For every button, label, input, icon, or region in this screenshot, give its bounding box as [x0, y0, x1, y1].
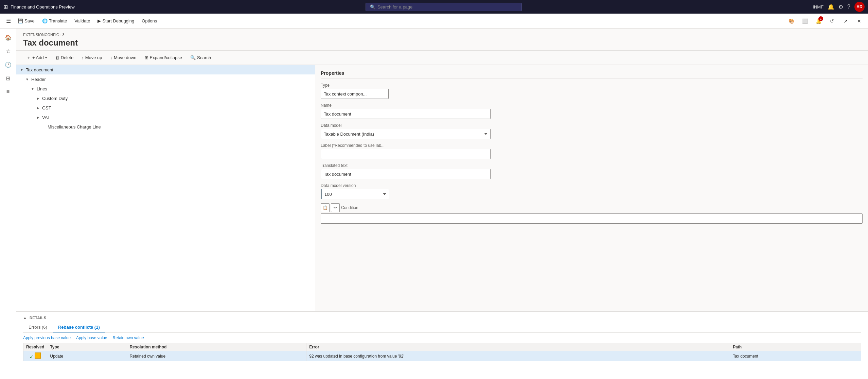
search-button[interactable]: 🔍 Search: [187, 53, 214, 62]
properties-title: Properties: [321, 70, 863, 79]
tree-item-vat[interactable]: ▶ VAT: [16, 113, 315, 122]
move-up-button[interactable]: ↑ Move up: [78, 53, 105, 62]
prop-data-model-version-select[interactable]: 100: [321, 189, 389, 199]
expand-icon-gst[interactable]: ▶: [35, 105, 41, 110]
condition-edit-button[interactable]: ✏: [331, 203, 340, 212]
start-debugging-button[interactable]: ▶ Start Debugging: [94, 17, 138, 25]
delete-icon: 🗑: [55, 55, 59, 60]
app-title: Finance and Operations Preview: [11, 4, 75, 10]
prop-name-label: Name: [321, 103, 863, 108]
tree-item-label: Tax document: [26, 67, 53, 72]
action-links: Apply previous base value Apply base val…: [23, 335, 861, 340]
error-cell: 92 was updated in base configuration fro…: [306, 351, 730, 361]
details-collapse-icon[interactable]: ▲: [23, 316, 27, 320]
save-button[interactable]: 💾 Save: [14, 17, 38, 25]
options-button[interactable]: Options: [138, 17, 160, 25]
type-cell: Update: [47, 351, 127, 361]
resolved-cell: ✓: [23, 351, 47, 361]
translate-button[interactable]: 🌐 Translate: [39, 17, 71, 25]
prop-data-model-version-label: Data model version: [321, 183, 863, 188]
expand-icon-root[interactable]: ▼: [19, 67, 24, 72]
prop-translated-text: Translated text: [321, 163, 863, 179]
tree-item-lines[interactable]: ▼ Lines: [16, 84, 315, 93]
list-icon[interactable]: ≡: [2, 86, 14, 98]
tree-item-label-vat: VAT: [42, 115, 50, 120]
tab-rebase-conflicts[interactable]: Rebase conflicts (1): [53, 323, 105, 332]
expand-icon-lines[interactable]: ▼: [30, 86, 35, 91]
table-row[interactable]: ✓ Update Retained own value 92 was updat…: [23, 351, 861, 361]
translate-icon: 🌐: [42, 18, 48, 23]
refresh-icon[interactable]: ↺: [827, 16, 837, 27]
open-external-icon[interactable]: ↗: [840, 16, 851, 27]
search-bar[interactable]: 🔍 Search for a page: [366, 3, 522, 11]
hamburger-icon[interactable]: ☰: [3, 16, 14, 26]
retain-own-value-link[interactable]: Retain own value: [113, 335, 144, 340]
prop-translated-text-input[interactable]: [321, 169, 491, 179]
add-dropdown-icon[interactable]: ▾: [45, 56, 47, 59]
app-layout: 🏠 ☆ 🕐 ⊞ ≡ EXTENSIONCONFIG : 3 Tax docume…: [0, 29, 868, 379]
recent-icon[interactable]: 🕐: [2, 58, 14, 71]
prop-condition: 📋 ✏ Condition: [321, 203, 863, 224]
page-title: Tax document: [23, 38, 861, 48]
tree-item-gst[interactable]: ▶ GST: [16, 103, 315, 113]
th-resolved: Resolved: [23, 343, 47, 351]
expand-icon-vat[interactable]: ▶: [35, 115, 41, 120]
tree-item-custom-duty[interactable]: ▶ Custom Duty: [16, 93, 315, 103]
breadcrumb: EXTENSIONCONFIG : 3: [23, 33, 861, 37]
th-error: Error: [306, 343, 730, 351]
expand-icon-header[interactable]: ▼: [24, 76, 30, 82]
prop-translated-text-label: Translated text: [321, 163, 863, 168]
app-grid-icon[interactable]: ⊞: [3, 4, 8, 10]
prop-data-model-version: Data model version 100: [321, 183, 863, 199]
prop-label-input[interactable]: [321, 149, 491, 159]
add-button[interactable]: ＋ + Add ▾: [23, 53, 50, 63]
favorites-icon[interactable]: ☆: [2, 45, 14, 57]
prop-data-model: Data model Taxable Document (India): [321, 123, 863, 139]
expand-icon-custom-duty[interactable]: ▶: [35, 96, 41, 101]
help-icon[interactable]: ?: [847, 4, 850, 10]
move-down-icon: ↓: [110, 55, 113, 60]
th-type: Type: [47, 343, 127, 351]
move-up-icon: ↑: [82, 55, 84, 60]
conflict-table: Resolved Type Resolution method Error Pa…: [23, 343, 861, 361]
tree-item-label-header: Header: [31, 77, 46, 82]
workspaces-icon[interactable]: ⊞: [2, 72, 14, 84]
apply-previous-base-value-link[interactable]: Apply previous base value: [23, 335, 71, 340]
th-resolution-method: Resolution method: [127, 343, 306, 351]
tree-item-misc-charge[interactable]: ▶ Miscellaneous Charge Line: [16, 122, 315, 132]
prop-name-input[interactable]: [321, 109, 491, 119]
menu-bar: ☰ 💾 Save 🌐 Translate Validate ▶ Start De…: [0, 14, 868, 29]
close-icon[interactable]: ✕: [854, 16, 865, 27]
expand-collapse-button[interactable]: ⊞ Expand/collapse: [141, 53, 185, 62]
home-icon[interactable]: 🏠: [2, 31, 14, 44]
bell-icon[interactable]: 🔔: [828, 4, 834, 10]
prop-label-label: Label (*Recommended to use lab...: [321, 143, 863, 148]
page-header: EXTENSIONCONFIG : 3 Tax document: [16, 29, 868, 51]
condition-input[interactable]: [321, 213, 863, 224]
title-bar-right: INMF 🔔 ⚙ ? AD: [813, 2, 865, 12]
toolbar: ＋ + Add ▾ 🗑 Delete ↑ Move up ↓ Move down…: [16, 51, 868, 65]
move-down-button[interactable]: ↓ Move down: [107, 53, 140, 62]
apply-base-value-link[interactable]: Apply base value: [76, 335, 107, 340]
tree-item-label-custom-duty: Custom Duty: [42, 96, 68, 101]
settings-icon[interactable]: ⚙: [838, 4, 843, 10]
prop-data-model-select[interactable]: Taxable Document (India): [321, 129, 491, 139]
delete-button[interactable]: 🗑 Delete: [52, 53, 77, 62]
prop-label-group: Label (*Recommended to use lab...: [321, 143, 863, 159]
notification-badge-icon[interactable]: 🔔 1: [813, 16, 824, 27]
palette-icon[interactable]: 🎨: [786, 16, 797, 27]
tree-item-header[interactable]: ▼ Header: [16, 74, 315, 84]
tree-content: ▼ Tax document ▼ Header ▼ Lines: [16, 65, 315, 311]
tree-item-tax-document[interactable]: ▼ Tax document: [16, 65, 315, 74]
tab-errors[interactable]: Errors (6): [23, 323, 53, 332]
user-code: INMF: [813, 4, 823, 10]
search-icon: 🔍: [370, 4, 375, 10]
window-icon[interactable]: ⬜: [799, 16, 810, 27]
prop-data-model-label: Data model: [321, 123, 863, 128]
search-icon-toolbar: 🔍: [190, 55, 196, 60]
tree-item-label-misc: Miscellaneous Charge Line: [48, 124, 101, 130]
condition-copy-button[interactable]: 📋: [321, 203, 330, 212]
prop-type-input[interactable]: [321, 89, 389, 99]
validate-button[interactable]: Validate: [71, 17, 93, 25]
avatar[interactable]: AD: [854, 2, 865, 12]
